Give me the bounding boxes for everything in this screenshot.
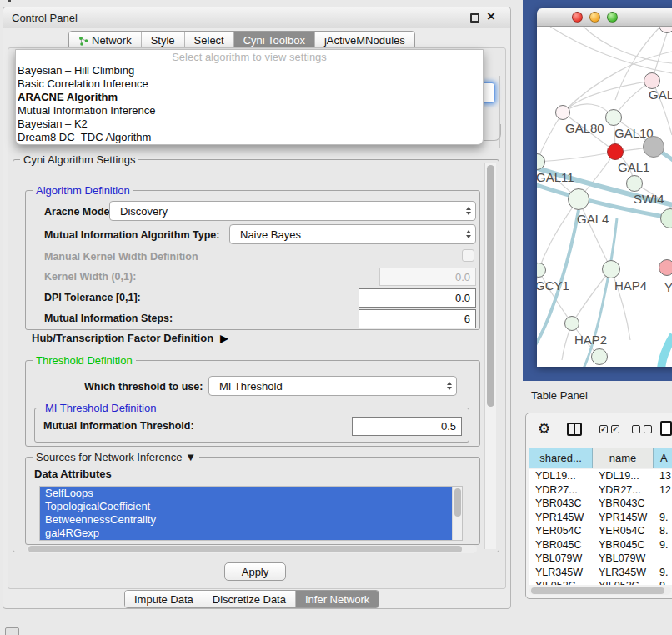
attribute-item-betweennesscentrality[interactable]: BetweennessCentrality xyxy=(40,513,462,527)
table-row[interactable]: YPR145WYPR145W9. xyxy=(529,511,672,525)
settings-scrollbar-thumb[interactable] xyxy=(487,165,494,407)
network-desktop: GAL GAL80 GAL10 GAL1 GAL11 SWI4 GAL4 GCY… xyxy=(523,0,672,381)
tab-impute-data[interactable]: Impute Data xyxy=(125,591,203,608)
network-icon xyxy=(78,36,88,48)
settings-horizontal-scrollbar-thumb[interactable] xyxy=(28,546,462,552)
network-node[interactable] xyxy=(591,348,608,365)
network-node-gal4[interactable] xyxy=(568,188,589,210)
network-view-window: GAL GAL80 GAL10 GAL1 GAL11 SWI4 GAL4 GCY… xyxy=(537,8,672,367)
dropdown-item-aracne[interactable]: ARACNE Algorithm xyxy=(16,91,483,104)
hub-tf-definition-expander[interactable]: Hub/Transcription Factor Definition▶ xyxy=(32,332,228,344)
collapse-down-arrow-icon: ▼ xyxy=(185,451,196,463)
control-panel-titlebar[interactable]: Control Panel × xyxy=(3,8,510,28)
column-header-clipped[interactable]: A xyxy=(654,448,672,468)
mi-type-value: Naive Bayes xyxy=(230,228,462,241)
mi-steps-field[interactable]: 6 xyxy=(359,309,476,328)
table-row[interactable]: YLR345WYLR345W9. xyxy=(529,566,672,580)
deselect-all-icon[interactable] xyxy=(632,425,640,433)
screen-edge-artifact xyxy=(8,0,11,2)
export-table-icon[interactable] xyxy=(660,421,672,436)
node-label: HAP2 xyxy=(574,332,607,347)
dropdown-item-basic-correlation[interactable]: Basic Correlation Inference xyxy=(16,78,483,91)
table-panel: Table Panel ⚙ ✓ ✓ shared... name A YDL19… xyxy=(514,381,672,635)
table-row[interactable]: YBR043CYBR043C xyxy=(529,497,672,511)
network-node-gal2[interactable] xyxy=(644,72,660,89)
float-window-button[interactable] xyxy=(470,13,479,22)
attribute-item-topologicalcoefficient[interactable]: TopologicalCoefficient xyxy=(40,500,462,513)
network-canvas[interactable]: GAL GAL80 GAL10 GAL1 GAL11 SWI4 GAL4 GCY… xyxy=(537,27,672,367)
which-threshold-combo[interactable]: MI Threshold xyxy=(208,376,457,396)
network-node-hap2[interactable] xyxy=(564,316,579,331)
cell: YLR345W xyxy=(529,566,593,580)
column-header-shared-name[interactable]: shared... xyxy=(529,448,593,468)
table-horizontal-scrollbar-thumb[interactable] xyxy=(531,588,664,594)
cell: YPR145W xyxy=(529,511,593,525)
tab-infer-network[interactable]: Infer Network xyxy=(296,591,379,608)
network-node-hap4[interactable] xyxy=(602,260,620,278)
mi-type-label: Mutual Information Algorithm Type: xyxy=(44,229,219,241)
network-node-gray[interactable] xyxy=(643,136,664,158)
settings-horizontal-scrollbar[interactable] xyxy=(27,545,477,553)
dropdown-item-bayesian-hill-climbing[interactable]: Bayesian – Hill Climbing xyxy=(16,64,483,78)
aracne-mode-value: Discovery xyxy=(110,205,462,218)
attribute-item-gal4rgexp[interactable]: gal4RGexp xyxy=(40,527,462,540)
column-selector-icon[interactable] xyxy=(567,422,582,436)
table-row[interactable]: YBR045CYBR045C9. xyxy=(529,538,672,552)
tab-network[interactable]: Network xyxy=(69,32,142,49)
attribute-item-selfloops[interactable]: SelfLoops xyxy=(40,487,462,500)
settings-scrollbar[interactable] xyxy=(484,162,496,549)
attribute-list-scrollbar[interactable] xyxy=(452,487,462,540)
table-horizontal-scrollbar[interactable] xyxy=(529,587,671,595)
minimize-traffic-light[interactable] xyxy=(589,12,600,22)
network-node-gal1-selected[interactable] xyxy=(607,143,624,160)
tab-style[interactable]: Style xyxy=(142,32,185,49)
threshold-definition-title: Threshold Definition xyxy=(33,354,136,367)
network-node-pink[interactable] xyxy=(659,259,672,276)
cell: YBR043C xyxy=(529,497,593,511)
table-row[interactable]: YBL079WYBL079W xyxy=(529,552,672,566)
dropdown-item-bayesian-k2[interactable]: Bayesian – K2 xyxy=(16,118,483,131)
data-attributes-label: Data Attributes xyxy=(34,468,112,480)
kernel-width-field[interactable]: 0.0 xyxy=(379,268,476,286)
cell: YBL079W xyxy=(593,552,654,566)
cell: YPR145W xyxy=(593,511,654,525)
apply-button[interactable]: Apply xyxy=(224,562,286,581)
mi-type-combo[interactable]: Naive Bayes xyxy=(229,224,476,244)
tab-discretize-data[interactable]: Discretize Data xyxy=(203,591,296,608)
cell: 13 xyxy=(654,469,672,483)
algorithm-dropdown-popup: Select algorithm to view settings Bayesi… xyxy=(15,49,484,145)
tab-discretize-data-label: Discretize Data xyxy=(213,593,286,606)
zoom-traffic-light[interactable] xyxy=(607,12,618,22)
select-all-check-icon[interactable]: ✓ xyxy=(611,425,619,433)
table-row[interactable]: YIL052CYIL052C9 xyxy=(529,579,672,585)
combo-stepper-icon xyxy=(443,382,456,390)
panel-grip-icon[interactable] xyxy=(5,628,19,635)
manual-kernel-checkbox[interactable] xyxy=(462,249,474,262)
table-row[interactable]: YDL19...YDL19...13 xyxy=(529,469,672,483)
tab-jactivemnodules[interactable]: jActiveMNodules xyxy=(315,32,414,49)
select-all-check-icon[interactable]: ✓ xyxy=(599,425,608,433)
aracne-mode-combo[interactable]: Discovery xyxy=(109,201,476,221)
table-row[interactable]: YER054CYER054C8. xyxy=(529,524,672,538)
deselect-all-icon[interactable] xyxy=(644,425,652,433)
node-table-panel: ⚙ ✓ ✓ shared... name A YDL19...YDL19...1… xyxy=(525,412,672,599)
tab-select[interactable]: Select xyxy=(185,32,234,49)
sources-title[interactable]: Sources for Network Inference ▼ xyxy=(33,451,199,463)
mi-threshold-label: Mutual Information Threshold: xyxy=(43,420,194,432)
network-node-swi4[interactable] xyxy=(626,175,643,192)
dpi-tolerance-field[interactable]: 0.0 xyxy=(359,288,476,308)
column-header-name[interactable]: name xyxy=(593,448,654,468)
dropdown-item-dream8[interactable]: Dream8 DC_TDC Algorithm xyxy=(16,131,483,144)
close-icon[interactable]: × xyxy=(487,8,495,25)
close-traffic-light[interactable] xyxy=(572,12,583,22)
table-row[interactable]: YDR27...YDR27...12 xyxy=(529,483,672,498)
network-node-gal80[interactable] xyxy=(555,105,570,120)
network-window-titlebar[interactable] xyxy=(537,8,672,27)
settings-gear-icon[interactable]: ⚙ xyxy=(538,420,550,438)
tab-cyni-toolbox[interactable]: Cyni Toolbox xyxy=(234,32,315,49)
thick-cyan-edge xyxy=(661,335,672,367)
attribute-list-scrollbar-thumb[interactable] xyxy=(454,488,461,517)
network-node-gal10[interactable] xyxy=(605,109,622,126)
dropdown-item-mutual-information[interactable]: Mutual Information Inference xyxy=(16,104,483,118)
mi-threshold-field[interactable]: 0.5 xyxy=(352,417,462,436)
